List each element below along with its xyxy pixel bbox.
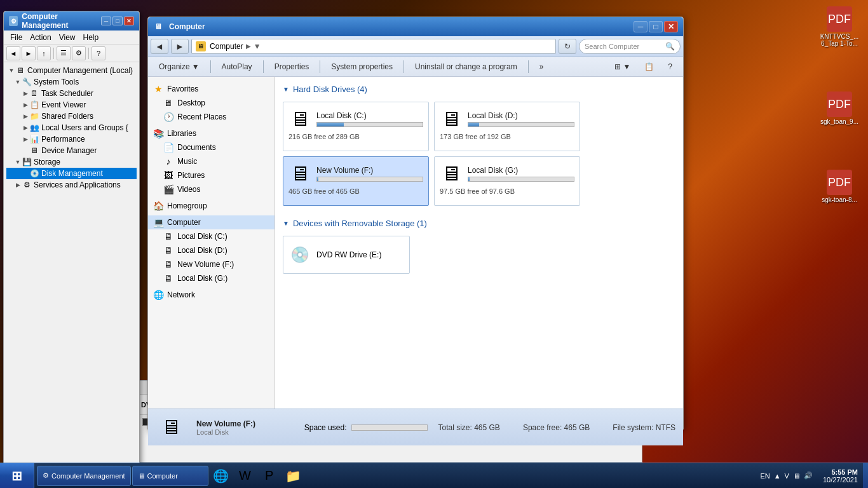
nav-local-disk-c[interactable]: 🖥 Local Disk (C:) [148, 229, 275, 243]
removable-arrow[interactable]: ▼ [283, 220, 289, 227]
view-toggle[interactable]: ⊞ ▼ [609, 60, 636, 73]
taskbar-pinned-word[interactable]: W [234, 466, 257, 486]
menu-action[interactable]: Action [26, 32, 55, 43]
explorer-close[interactable]: ✕ [664, 21, 678, 32]
nav-new-volume-f[interactable]: 🖥 New Volume (F:) [148, 257, 275, 271]
tree-services-apps[interactable]: ▶ ⚙ Services and Applications [6, 179, 137, 191]
drive-c[interactable]: 🖥 Local Disk (C:) 216 GB free of 289 GB [283, 102, 429, 151]
tray-volume-icon[interactable]: 🔊 [804, 471, 813, 480]
tree-root[interactable]: ▼ 🖥 Computer Management (Local) [6, 65, 137, 76]
preview-pane[interactable]: 📋 [639, 60, 660, 73]
tree-event-viewer[interactable]: ▶ 📋 Event Viewer [6, 99, 137, 111]
taskbar-clock[interactable]: 5:55 PM 10/27/2021 [818, 468, 863, 484]
nav-refresh-btn[interactable]: ↻ [559, 39, 576, 54]
comp-mgmt-minimize[interactable]: ─ [101, 17, 111, 25]
tree-event-viewer-toggle[interactable]: ▶ [22, 101, 29, 109]
toolbar-btn-forward[interactable]: ► [22, 46, 36, 60]
nav-desktop[interactable]: 🖥 Desktop [148, 96, 275, 110]
nav-videos[interactable]: 🎬 Videos [148, 182, 275, 196]
comp-mgmt-titlebar[interactable]: ⚙ Computer Management ─ □ ✕ [4, 11, 139, 30]
hard-disk-arrow[interactable]: ▼ [283, 86, 289, 93]
nav-recent-places[interactable]: 🕐 Recent Places [148, 110, 275, 124]
taskbar-pinned-folder[interactable]: 📁 [282, 466, 305, 486]
dvd-drive-e[interactable]: 💿 DVD RW Drive (E:) [283, 236, 410, 274]
menu-view[interactable]: View [55, 32, 79, 43]
toolbar-btn-up[interactable]: ↑ [37, 46, 51, 60]
explorer-body: ★ Favorites 🖥 Desktop 🕐 Recent Places 📚 … [148, 77, 683, 409]
nav-music[interactable]: ♪ Music [148, 154, 275, 168]
nav-network[interactable]: 🌐 Network [148, 288, 275, 302]
tray-network-icon[interactable]: 🖥 [793, 472, 800, 480]
tree-task-scheduler[interactable]: ▶ 🗓 Task Scheduler [6, 88, 137, 99]
toolbar-autoplay[interactable]: AutoPlay [216, 60, 258, 73]
nav-documents[interactable]: 📄 Documents [148, 140, 275, 154]
status-space-used: Space used: [304, 423, 428, 432]
nav-computer[interactable]: 💻 Computer [148, 215, 275, 229]
nav-homegroup-icon: 🏠 [153, 201, 163, 211]
desktop-icon-pdf2[interactable]: PDF sgk_toan_9... [817, 92, 862, 125]
tree-local-users-toggle[interactable]: ▶ [22, 124, 29, 132]
show-desktop-button[interactable] [863, 463, 868, 489]
tree-services-apps-toggle[interactable]: ▶ [14, 181, 22, 189]
nav-libraries-header[interactable]: 📚 Libraries [148, 126, 275, 140]
drive-c-fill [317, 123, 344, 126]
help-btn[interactable]: ? [662, 60, 678, 73]
nav-disk-c-label: Local Disk (C:) [177, 232, 227, 241]
tree-disk-management[interactable]: 💿 Disk Management [6, 168, 137, 179]
tree-task-scheduler-label: Task Scheduler [41, 89, 93, 98]
comp-mgmt-close[interactable]: ✕ [124, 17, 134, 25]
tree-performance-toggle[interactable]: ▶ [22, 135, 29, 143]
explorer-titlebar[interactable]: 🖥 Computer ─ □ ✕ [148, 17, 683, 36]
nav-homegroup[interactable]: 🏠 Homegroup [148, 199, 275, 213]
drive-g[interactable]: 🖥 Local Disk (G:) 97.5 GB free of 97.6 G… [434, 156, 580, 206]
search-bar[interactable]: Search Computer 🔍 [579, 39, 681, 54]
toolbar-btn-show-hide[interactable]: ☰ [57, 46, 71, 60]
nav-local-disk-d[interactable]: 🖥 Local Disk (D:) [148, 243, 275, 257]
tree-device-manager[interactable]: 🖥 Device Manager [6, 145, 137, 156]
menu-file[interactable]: File [6, 32, 26, 43]
desktop-icon-pdf3[interactable]: PDF sgk-toan-8... [817, 170, 862, 203]
tree-system-tools[interactable]: ▼ 🔧 System Tools [6, 76, 137, 88]
address-dropdown[interactable]: ▼ [254, 42, 261, 51]
tray-icon-v: V [785, 472, 789, 480]
tree-shared-folders-toggle[interactable]: ▶ [22, 112, 29, 120]
explorer-maximize[interactable]: □ [649, 21, 663, 32]
tree-system-tools-toggle[interactable]: ▼ [14, 78, 22, 86]
tree-task-scheduler-toggle[interactable]: ▶ [22, 90, 29, 97]
taskbar-item-comp-mgmt[interactable]: ⚙ Computer Management [37, 466, 131, 486]
tree-performance[interactable]: ▶ 📊 Performance [6, 133, 137, 145]
nav-pictures[interactable]: 🖼 Pictures [148, 168, 275, 182]
toolbar-organize[interactable]: Organize ▼ [153, 60, 205, 73]
comp-mgmt-maximize[interactable]: □ [112, 17, 123, 25]
toolbar-uninstall[interactable]: Uninstall or change a program [409, 60, 523, 73]
explorer-minimize[interactable]: ─ [634, 21, 648, 32]
tray-up-arrow[interactable]: ▲ [774, 472, 781, 480]
address-bar[interactable]: 🖥 Computer ▶ ▼ [191, 39, 556, 54]
taskbar-pinned-globe[interactable]: 🌐 [210, 466, 233, 486]
taskbar-pinned-ppt[interactable]: P [258, 466, 281, 486]
menu-help[interactable]: Help [79, 32, 103, 43]
drive-d-fill [468, 123, 479, 126]
drive-d[interactable]: 🖥 Local Disk (D:) 173 GB free of 192 GB [434, 102, 580, 151]
nav-favorites-header[interactable]: ★ Favorites [148, 82, 275, 96]
toolbar-more[interactable]: » [534, 60, 550, 73]
tree-root-toggle[interactable]: ▼ [8, 67, 15, 74]
nav-forward-btn[interactable]: ► [171, 39, 189, 54]
desktop-icon-pdf1[interactable]: PDF KNTTVCS_... 6_Tap 1-To... [817, 6, 862, 47]
taskbar-start-button[interactable]: ⊞ [0, 463, 34, 489]
tree-storage-toggle[interactable]: ▼ [14, 158, 22, 166]
tree-shared-folders[interactable]: ▶ 📁 Shared Folders [6, 111, 137, 122]
toolbar-btn-props[interactable]: ⚙ [72, 46, 86, 60]
tree-local-users[interactable]: ▶ 👥 Local Users and Groups { [6, 122, 137, 133]
nav-local-disk-g[interactable]: 🖥 Local Disk (G:) [148, 271, 275, 285]
drive-f[interactable]: 🖥 New Volume (F:) 465 GB free of 465 GB [283, 156, 429, 206]
nav-back-btn[interactable]: ◄ [151, 39, 168, 54]
toolbar-btn-help[interactable]: ? [92, 46, 105, 60]
tree-storage[interactable]: ▼ 💾 Storage [6, 156, 137, 168]
toolbar-btn-back[interactable]: ◄ [6, 46, 20, 60]
tree-disk-mgmt-toggle[interactable] [22, 170, 29, 177]
toolbar-properties[interactable]: Properties [269, 60, 315, 73]
lang-indicator[interactable]: EN [760, 472, 770, 480]
toolbar-system-props[interactable]: System properties [325, 60, 398, 73]
taskbar-item-explorer[interactable]: 🖥 Computer [132, 466, 208, 486]
